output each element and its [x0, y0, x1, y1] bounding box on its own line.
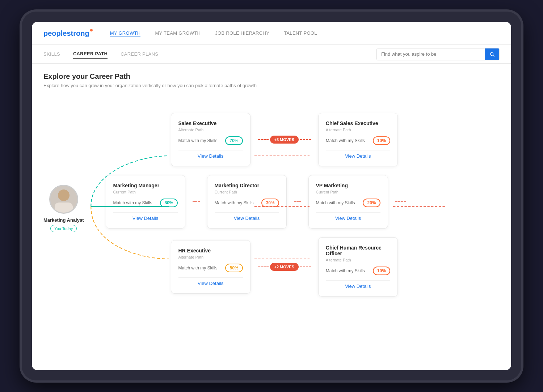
connector-mid-right: [294, 201, 301, 202]
card-match-row: Match with my Skills 30%: [215, 199, 279, 207]
page-title: Explore your Career Path: [43, 72, 500, 81]
view-details-hr[interactable]: View Details: [178, 277, 243, 286]
card-path-label: Current Path: [215, 190, 279, 194]
sub-nav-skills[interactable]: SKILLS: [43, 50, 60, 58]
page-subtitle: Explore how you can grow in your organiz…: [43, 83, 500, 88]
card-marketing-manager: Marketing Manager Current Path Match wit…: [106, 175, 185, 229]
card-match-row: Match with my Skills 50%: [178, 264, 243, 272]
avatar: [49, 185, 78, 214]
card-title: HR Executive: [178, 248, 243, 253]
connector-mid-trail: [395, 201, 406, 202]
search-input[interactable]: [377, 48, 485, 60]
card-match-row: Match with my Skills 80%: [113, 199, 178, 207]
card-chief-hr: Chief Human Resource Officer Alternate P…: [318, 237, 398, 297]
card-sales-executive: Sales Executive Alternate Path Match wit…: [171, 113, 251, 166]
match-badge: 10%: [373, 267, 390, 275]
view-details-sales-exec[interactable]: View Details: [178, 150, 243, 159]
view-details-chief-sales[interactable]: View Details: [326, 150, 390, 159]
card-match-text: Match with my Skills: [215, 200, 254, 205]
card-match-text: Match with my Skills: [178, 265, 218, 270]
you-today-badge: You Today: [50, 225, 77, 232]
main-content: Explore your Career Path Explore how you…: [32, 64, 511, 370]
career-layout: Marketing Analyst You Today Sales Execut…: [43, 100, 500, 317]
moves-badge-top: +3 MOVES: [270, 136, 299, 144]
cards-row-bottom: HR Executive Alternate Path Match with m…: [106, 237, 500, 297]
match-badge: 30%: [261, 199, 279, 207]
moves-badge-bottom: +2 MOVES: [270, 263, 299, 271]
connector-mid-left: [193, 201, 200, 202]
card-title: Chief Human Resource Officer: [326, 245, 390, 256]
search-button[interactable]: [485, 48, 499, 60]
card-match-row: Match with my Skills 70%: [178, 136, 243, 145]
connector-top: +3 MOVES: [258, 136, 311, 144]
nav-item-talent-pool[interactable]: TALENT POOL: [284, 29, 317, 37]
logo: peoplestrong: [43, 29, 93, 38]
nav-items: MY GROWTH MY TEAM GROWTH JOB ROLE HIERAR…: [110, 29, 317, 37]
card-chief-sales-executive: Chief Sales Executive Alternate Path Mat…: [318, 113, 398, 166]
search-bar: [376, 48, 500, 60]
card-match-row: Match with my Skills 10%: [326, 267, 390, 275]
view-details-mktg-mgr[interactable]: View Details: [113, 212, 178, 221]
card-path-label: Current Path: [113, 190, 178, 194]
user-name: Marketing Analyst: [43, 217, 84, 223]
sub-nav-items: SKILLS CAREER PATH CAREER PLANS: [43, 50, 376, 59]
nav-item-job-role[interactable]: JOB ROLE HIERARCHY: [215, 29, 269, 37]
match-badge: 70%: [225, 136, 243, 145]
screen: peoplestrong MY GROWTH MY TEAM GROWTH JO…: [32, 22, 511, 370]
card-match-row: Match with my Skills 10%: [326, 136, 390, 145]
logo-part1: people: [43, 29, 67, 37]
card-match-text: Match with my Skills: [178, 138, 218, 143]
match-badge: 50%: [225, 264, 243, 272]
logo-text: peoplestrong: [43, 29, 93, 38]
avatar-person: [54, 187, 74, 213]
card-title: VP Marketing: [316, 183, 380, 188]
view-details-vp[interactable]: View Details: [316, 212, 380, 221]
card-path-label: Alternate Path: [326, 258, 390, 262]
user-node: Marketing Analyst You Today: [43, 185, 84, 232]
search-icon: [489, 51, 495, 57]
cards-row-middle: Marketing Manager Current Path Match wit…: [106, 175, 500, 229]
sub-nav-career-path[interactable]: CAREER PATH: [73, 50, 108, 59]
card-title: Chief Sales Executive: [326, 120, 390, 126]
card-match-text: Match with my Skills: [316, 200, 355, 205]
match-badge: 20%: [363, 199, 380, 207]
card-path-label: Alternate Path: [178, 128, 243, 132]
logo-dot: [90, 29, 93, 31]
cards-section: Sales Executive Alternate Path Match wit…: [106, 113, 500, 304]
card-title: Marketing Director: [215, 183, 279, 188]
logo-part2: strong: [67, 29, 89, 37]
sub-nav-career-plans[interactable]: CAREER PLANS: [121, 50, 158, 58]
device-frame: peoplestrong MY GROWTH MY TEAM GROWTH JO…: [22, 12, 521, 380]
sub-nav: SKILLS CAREER PATH CAREER PLANS: [32, 45, 511, 64]
match-badge: 80%: [160, 199, 177, 207]
card-title: Marketing Manager: [113, 183, 178, 188]
card-marketing-director: Marketing Director Current Path Match wi…: [207, 175, 287, 229]
connector-bottom: +2 MOVES: [258, 263, 311, 271]
avatar-body: [55, 203, 73, 214]
card-match-text: Match with my Skills: [326, 138, 365, 143]
card-path-label: Alternate Path: [326, 128, 390, 132]
match-badge: 10%: [373, 136, 390, 145]
cards-row-top: Sales Executive Alternate Path Match wit…: [106, 113, 500, 166]
nav-item-team-growth[interactable]: MY TEAM GROWTH: [155, 29, 201, 37]
card-vp-marketing: VP Marketing Current Path Match with my …: [308, 175, 388, 229]
card-match-row: Match with my Skills 20%: [316, 199, 380, 207]
card-path-label: Current Path: [316, 190, 380, 194]
nav-item-my-growth[interactable]: MY GROWTH: [110, 29, 141, 37]
top-nav: peoplestrong MY GROWTH MY TEAM GROWTH JO…: [32, 22, 511, 45]
card-match-text: Match with my Skills: [113, 200, 152, 205]
card-match-text: Match with my Skills: [326, 268, 365, 273]
avatar-head: [58, 189, 70, 201]
view-details-chief-hr[interactable]: View Details: [326, 280, 390, 289]
view-details-mktg-dir[interactable]: View Details: [215, 212, 279, 221]
card-hr-executive: HR Executive Alternate Path Match with m…: [171, 240, 251, 294]
card-title: Sales Executive: [178, 120, 243, 126]
card-path-label: Alternate Path: [178, 255, 243, 259]
